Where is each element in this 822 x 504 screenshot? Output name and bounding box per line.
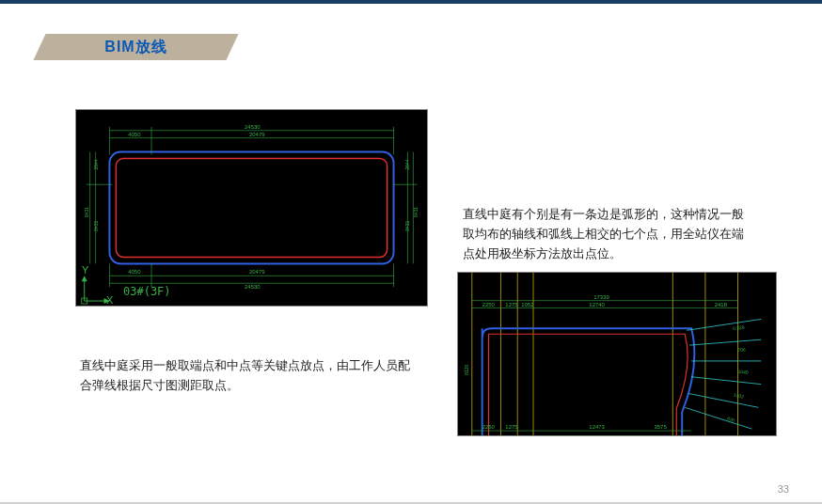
dim-text: 17339 [593, 294, 609, 300]
dim-text: 8431 [94, 221, 99, 231]
slide-title: BIM放线 [40, 34, 232, 60]
cad-figure-2: 2250 1275 1052 17339 12740 2418 2250 127… [457, 272, 777, 436]
page-number: 33 [778, 483, 789, 495]
dim-text: 2418 [715, 302, 728, 307]
dim-text: 8431 [405, 221, 410, 231]
cad-svg-1: 4050 20479 24530 4050 20479 24530 2644 8… [76, 110, 427, 306]
dim-text: 2644 [94, 159, 99, 169]
svg-marker-20 [82, 276, 87, 281]
dim-text: 1275 [505, 424, 518, 430]
dim-text: 3575 [655, 424, 668, 430]
svg-line-35 [685, 407, 751, 429]
cad-svg-2: 2250 1275 1052 17339 12740 2418 2250 127… [458, 273, 776, 435]
dim-text: 2250 [482, 302, 496, 307]
dim-text: 8120 [465, 365, 469, 375]
svg-rect-1 [116, 159, 387, 258]
dim-text: 8431 [85, 207, 89, 217]
dim-text: 8431 [414, 207, 419, 217]
axis-x-label: X [106, 294, 113, 306]
dim-text: 706 [737, 348, 746, 353]
dim-text: 2250 [482, 424, 496, 430]
svg-rect-0 [109, 152, 393, 264]
dim-text: 24530 [245, 124, 261, 130]
caption-left: 直线中庭采用一般取端点和中点等关键点放点，由工作人员配合弹线根据尺寸图测距取点。 [80, 356, 419, 396]
dim-text: 2644 [405, 159, 410, 169]
svg-line-30 [687, 319, 761, 330]
svg-line-31 [689, 339, 761, 345]
dim-text: 20479 [249, 269, 265, 275]
dim-text: 4050 [128, 132, 141, 137]
dim-text: 626 [726, 416, 735, 423]
dim-text: 4050 [128, 269, 141, 275]
svg-line-34 [688, 394, 758, 408]
dim-text: 0.529 [733, 325, 745, 332]
dim-text: 1275 [505, 302, 518, 307]
dim-text: 20479 [249, 132, 265, 137]
svg-line-33 [691, 377, 761, 385]
dim-text: 24530 [245, 284, 261, 290]
dim-text: 1040 [737, 370, 749, 375]
dim-text: 1102 [733, 393, 744, 400]
axis-y-label: Y [82, 264, 88, 276]
dim-text: 12740 [589, 302, 605, 307]
cad-drawing-label: 03#(3F) [123, 285, 171, 298]
dim-text: 12473 [589, 424, 605, 430]
caption-right: 直线中庭有个别是有一条边是弧形的，这种情况一般取均布的轴线和弧线上相交的七个点，… [463, 205, 754, 263]
dim-text: 1052 [521, 302, 533, 307]
cad-figure-1: 4050 20479 24530 4050 20479 24530 2644 8… [75, 109, 428, 307]
slide: BIM放线 4050 20479 24530 4050 20479 24530 [0, 0, 822, 504]
